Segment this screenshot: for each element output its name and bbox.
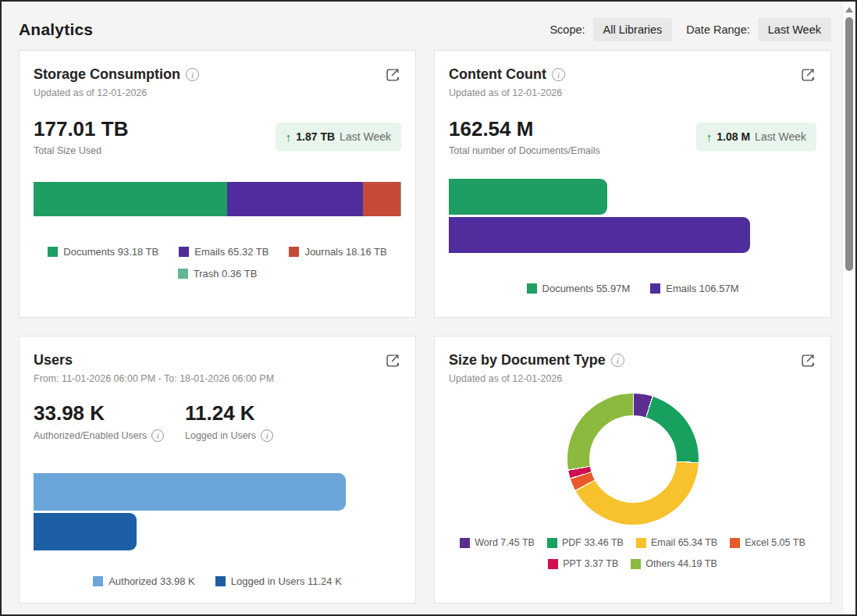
up-arrow-icon: ↑	[286, 130, 292, 144]
legend-swatch	[631, 559, 641, 569]
metric-block: 162.54 M Total number of Documents/Email…	[449, 117, 600, 156]
delta-badge: ↑ 1.87 TB Last Week	[276, 123, 401, 151]
main-content: Analytics Scope: All Libraries Date Rang…	[2, 2, 842, 614]
export-button[interactable]	[799, 66, 816, 84]
legend-label: Trash 0.36 TB	[194, 268, 258, 280]
legend-swatch	[730, 538, 740, 548]
date-range-label: Date Range:	[686, 23, 749, 36]
vertical-scrollbar[interactable]	[842, 2, 855, 614]
legend-label: Excel 5.05 TB	[745, 537, 805, 548]
legend-item-others: Others 44.19 TB	[631, 558, 717, 569]
info-icon[interactable]: i	[261, 429, 273, 442]
content-count-bar-chart	[449, 179, 816, 253]
legend-label: Documents 93.18 TB	[63, 246, 158, 258]
metric-label: Logged in Users i	[185, 429, 273, 442]
bar-logged-in-users	[34, 513, 137, 550]
legend-label: Documents 55.97M	[542, 283, 631, 294]
metric-label-text: Logged in Users	[185, 430, 256, 441]
legend-swatch	[48, 247, 58, 257]
updated-text: Updated as of 12-01-2026	[34, 87, 401, 98]
legend-label: PPT 3.37 TB	[563, 558, 618, 569]
legend-swatch	[547, 538, 557, 548]
bar-segment-journals	[363, 182, 400, 216]
export-button[interactable]	[384, 66, 401, 84]
legend-label: PDF 33.46 TB	[562, 537, 624, 548]
legend-item-excel: Excel 5.05 TB	[730, 537, 805, 548]
metric-block-authorized: 33.98 K Authorized/Enabled Users i	[34, 401, 185, 442]
updated-text: Updated as of 12-01-2026	[449, 373, 816, 384]
card-title: Size by Document Type	[449, 352, 606, 369]
legend-swatch	[636, 538, 646, 548]
legend-item-trash: Trash 0.36 TB	[178, 268, 258, 280]
metric-block-logged-in: 11.24 K Logged in Users i	[185, 401, 273, 442]
card-title: Storage Consumption	[34, 66, 180, 83]
scrollbar-thumb[interactable]	[845, 17, 853, 271]
card-title: Content Count	[449, 66, 546, 83]
cards-grid: Storage Consumption i Updated as of 12-0…	[19, 50, 831, 604]
filter-bar: Scope: All Libraries Date Range: Last We…	[549, 18, 831, 41]
metric-row: 177.01 TB Total Size Used ↑ 1.87 TB Last…	[34, 117, 401, 156]
delta-suffix: Last Week	[340, 130, 391, 143]
card-title: Users	[34, 352, 73, 369]
legend-item-emails: Emails 106.57M	[650, 283, 738, 294]
export-button[interactable]	[799, 352, 816, 369]
card-header: Content Count i	[449, 66, 816, 84]
legend-swatch	[178, 269, 188, 279]
legend-item-authorized: Authorized 33.98 K	[93, 575, 195, 587]
delta-value: 1.87 TB	[296, 130, 335, 143]
metric-value: 162.54 M	[449, 117, 600, 141]
export-icon	[384, 66, 401, 84]
bar-segment-emails	[227, 182, 363, 216]
delta-suffix: Last Week	[755, 130, 806, 143]
legend-swatch	[93, 576, 103, 586]
card-size-by-document-type: Size by Document Type i Updated as of 12…	[434, 336, 831, 604]
users-legend: Authorized 33.98 KLogged in Users 11.24 …	[34, 575, 401, 587]
page-header: Analytics Scope: All Libraries Date Rang…	[19, 2, 831, 50]
legend-item-pdf: PDF 33.46 TB	[547, 537, 624, 548]
legend-swatch	[527, 283, 537, 294]
size-by-type-donut-chart	[567, 393, 699, 525]
card-content-count: Content Count i Updated as of 12-01-2026	[434, 50, 831, 318]
export-button[interactable]	[384, 352, 401, 369]
export-icon	[799, 352, 816, 369]
legend-label: Authorized 33.98 K	[108, 575, 195, 587]
legend-item-word: Word 7.45 TB	[460, 537, 535, 548]
delta-value: 1.08 M	[717, 130, 750, 143]
info-icon[interactable]: i	[151, 429, 164, 442]
storage-legend: Documents 93.18 TBEmails 65.32 TBJournal…	[34, 246, 401, 280]
size-by-type-legend: Word 7.45 TBPDF 33.46 TBEmail 65.34 TBEx…	[449, 537, 816, 569]
metric-label: Total Size Used	[34, 145, 185, 156]
metric-label-text: Authorized/Enabled Users	[34, 430, 147, 441]
metric-value: 33.98 K	[34, 401, 185, 426]
legend-swatch	[548, 559, 558, 569]
card-header: Storage Consumption i	[34, 66, 401, 84]
info-icon[interactable]: i	[611, 354, 624, 367]
legend-label: Email 65.34 TB	[651, 537, 717, 548]
legend-item-ppt: PPT 3.37 TB	[548, 558, 618, 569]
legend-swatch	[650, 283, 660, 294]
legend-label: Emails 65.32 TB	[194, 246, 268, 258]
legend-item-emails: Emails 65.32 TB	[179, 246, 268, 258]
legend-label: Journals 18.16 TB	[304, 246, 386, 258]
legend-item-documents: Documents 93.18 TB	[48, 246, 158, 258]
metric-value: 11.24 K	[185, 401, 273, 426]
export-icon	[799, 66, 816, 84]
content-count-legend: Documents 55.97MEmails 106.57M	[449, 283, 816, 294]
scrollbar-up-arrow-icon[interactable]	[845, 7, 853, 12]
legend-label: Emails 106.57M	[666, 283, 738, 294]
scope-label: Scope:	[549, 23, 585, 36]
info-icon[interactable]: i	[552, 68, 565, 81]
legend-swatch	[179, 247, 189, 257]
legend-label: Others 44.19 TB	[645, 558, 717, 569]
info-icon[interactable]: i	[186, 68, 199, 81]
updated-text: Updated as of 12-01-2026	[449, 87, 816, 98]
scope-selector-button[interactable]: All Libraries	[593, 18, 673, 41]
card-header: Users	[34, 352, 401, 369]
donut-wrap	[449, 393, 816, 525]
bar-segment-trash	[400, 182, 401, 216]
users-bar-chart	[34, 473, 401, 550]
legend-swatch	[215, 576, 226, 586]
metric-pair: 33.98 K Authorized/Enabled Users i 11.24…	[34, 401, 401, 442]
date-range-selector-button[interactable]: Last Week	[758, 18, 831, 41]
legend-label: Word 7.45 TB	[475, 537, 535, 548]
